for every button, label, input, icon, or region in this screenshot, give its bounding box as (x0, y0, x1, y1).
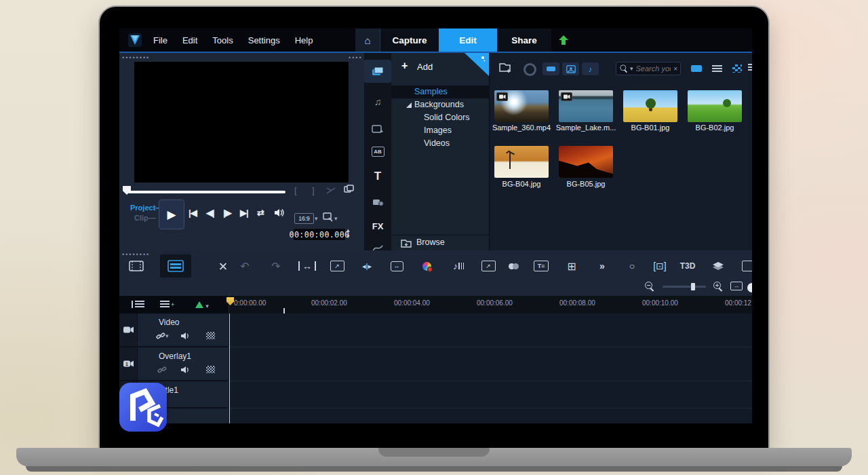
undo-button[interactable]: ↶ (236, 259, 254, 273)
clipped-toolbar-icon[interactable] (740, 259, 752, 273)
tree-item-backgrounds[interactable]: Backgrounds (391, 98, 490, 111)
mask-creator-button[interactable]: ○ (623, 259, 641, 273)
title-track-lane[interactable] (229, 381, 752, 408)
voice-track-lane[interactable] (229, 408, 752, 423)
go-to-start-button[interactable]: |◀ (189, 208, 197, 218)
timeline-zoom-slider[interactable] (663, 286, 706, 288)
aspect-dropdown-icon[interactable]: ▾ (315, 215, 318, 222)
transition-category-button[interactable] (364, 117, 391, 140)
link-clips-button[interactable] (157, 366, 167, 374)
repeat-button[interactable]: ⇄ (257, 208, 264, 218)
media-thumb-bg-b02[interactable] (688, 90, 742, 122)
playhead-line[interactable] (229, 314, 230, 423)
volume-icon[interactable] (274, 208, 285, 217)
clipped-options-icon[interactable] (748, 64, 752, 71)
subtitle-editor-button[interactable]: T≡ (532, 259, 550, 273)
menu-help[interactable]: Help (295, 35, 313, 45)
play-button[interactable]: ▶ (159, 200, 184, 229)
menu-file[interactable]: File (153, 35, 167, 45)
zoom-in-button[interactable] (713, 282, 723, 292)
track-fx-button[interactable] (206, 332, 215, 339)
fit-project-button[interactable]: ↔ (298, 261, 316, 271)
motion-tracking-button[interactable]: [⊡] (651, 259, 669, 273)
slider-thumb[interactable] (691, 283, 695, 290)
view-list-button[interactable] (708, 62, 726, 75)
tree-item-images[interactable]: Images (391, 124, 490, 137)
mark-in-button[interactable]: [ (294, 185, 297, 195)
video-track-header[interactable]: Video ▾ (119, 314, 229, 347)
storyboard-view-button[interactable] (127, 259, 145, 273)
media-thumb-sample-lake[interactable] (559, 90, 613, 122)
video-track-lane[interactable] (229, 314, 752, 347)
fit-timeline-button[interactable]: ↔ (730, 282, 743, 292)
home-tab[interactable]: ⌂ (355, 28, 380, 52)
search-dropdown-icon[interactable]: ▾ (630, 65, 633, 72)
text-category-button[interactable]: T (364, 165, 391, 188)
media-thumb-bg-b05[interactable] (559, 146, 613, 178)
scrubber-bar[interactable] (128, 191, 285, 193)
trim-clip-button[interactable]: ◂|▸ (358, 259, 376, 273)
search-input[interactable] (635, 64, 673, 73)
tree-item-solid-colors[interactable]: Solid Colors (391, 111, 490, 124)
menu-edit[interactable]: Edit (182, 35, 197, 45)
timeline-ruler[interactable]: 0:00:00.00 00:00:02.00 00:00:04.00 00:00… (229, 296, 752, 314)
chapter-point-marker[interactable] (226, 297, 234, 305)
multicam-button[interactable]: ⊞ (563, 259, 580, 273)
track-manager-button[interactable] (132, 301, 144, 308)
filter-video-button[interactable] (542, 62, 559, 75)
record-disc-icon[interactable] (524, 63, 536, 76)
zoom-out-button[interactable] (645, 282, 654, 292)
timecode-stepper[interactable]: ▴ ▾ (347, 227, 350, 240)
ripple-edit-button[interactable]: ↔ (388, 259, 406, 273)
audio-mixer-button[interactable]: ♪ (450, 259, 467, 273)
tab-share[interactable]: Share (497, 28, 551, 52)
media-thumb-bg-b01[interactable] (623, 90, 677, 122)
panel-drag-handle[interactable]: •••• (349, 56, 363, 60)
track-mute-button[interactable] (180, 366, 191, 374)
next-frame-button[interactable]: |▶ (223, 208, 231, 218)
redo-button[interactable]: ↷ (267, 259, 285, 273)
view-grid-button[interactable] (728, 62, 746, 75)
overlay-track-lane[interactable] (229, 347, 752, 381)
overlay-track-header[interactable]: 1 Overlay1 (119, 347, 229, 381)
media-category-button[interactable] (364, 60, 391, 83)
mark-out-button[interactable]: ] (312, 185, 315, 195)
timecode-field[interactable]: 00:00:00.000 (293, 228, 346, 241)
split-clip-icon[interactable] (326, 187, 336, 195)
link-clips-button[interactable]: ▾ (156, 332, 169, 340)
enlarge-preview-icon[interactable] (344, 185, 354, 194)
view-thumbnail-button[interactable] (688, 62, 705, 75)
overlay-options-button[interactable] (709, 259, 727, 273)
stepper-down-icon[interactable]: ▾ (347, 233, 350, 240)
track-fx-button[interactable] (206, 366, 215, 373)
panel-drag-handle[interactable]: •••••••• (122, 252, 150, 256)
filter-audio-button[interactable]: ♪ (582, 62, 599, 75)
audio-category-button[interactable]: ♫ (364, 90, 391, 113)
go-to-end-button[interactable]: ▶| (240, 208, 248, 218)
pan-zoom-button[interactable]: ↗ (479, 259, 497, 273)
graphics-category-button[interactable] (364, 191, 391, 214)
select-area-icon[interactable] (323, 212, 333, 222)
import-folder-icon[interactable] (499, 62, 512, 73)
screen-capture-button[interactable]: ↗ (328, 259, 346, 273)
expanded-triangle-icon[interactable] (406, 102, 412, 108)
tab-capture[interactable]: Capture (380, 28, 439, 52)
tab-edit[interactable]: Edit (439, 28, 497, 52)
menu-tools[interactable]: Tools (212, 35, 233, 45)
search-clear-icon[interactable]: × (673, 65, 677, 73)
filter-category-button[interactable]: FX (364, 214, 391, 238)
title-category-button[interactable]: AB (364, 140, 391, 163)
toolbox-button[interactable] (214, 259, 231, 273)
previous-frame-button[interactable]: ◀| (206, 208, 214, 218)
search-box[interactable]: ▾ × (616, 62, 681, 75)
3d-title-button[interactable]: T3D (679, 259, 696, 273)
menu-settings[interactable]: Settings (248, 35, 280, 45)
filter-photo-button[interactable] (562, 62, 579, 75)
playhead-tick[interactable] (283, 308, 285, 314)
transition-effects-button[interactable] (505, 259, 522, 273)
publish-arrow-icon[interactable] (559, 35, 568, 45)
browse-button[interactable]: Browse (391, 235, 490, 250)
tree-item-videos[interactable]: Videos (391, 137, 490, 150)
timeline-view-button[interactable] (160, 254, 191, 278)
pin-corner-flag[interactable] (465, 53, 489, 76)
